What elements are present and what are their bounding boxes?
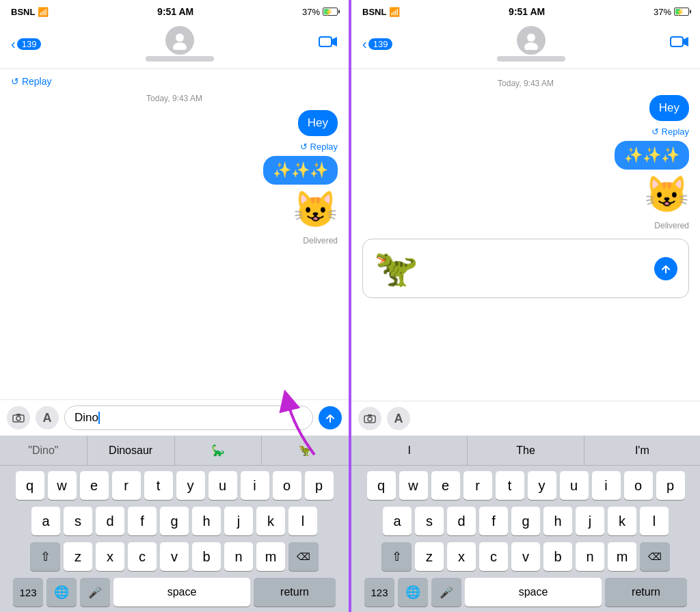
right-video-call-btn[interactable] [670,35,689,53]
right-app-store-btn[interactable]: A [387,407,410,430]
right-key-q[interactable]: q [367,471,396,500]
right-key-u[interactable]: u [560,471,589,500]
left-video-call-btn[interactable] [319,35,338,53]
right-camera-btn[interactable] [358,407,381,430]
left-key-w[interactable]: w [48,471,77,500]
right-phone-panel: BSNL 📶 9:51 AM 37% ⚡ ‹ 139 [350,0,700,612]
left-nav-back[interactable]: ‹ 139 [11,36,41,52]
right-key-y[interactable]: y [528,471,556,500]
left-key-z[interactable]: z [64,542,92,571]
right-key-shift[interactable]: ⇧ [381,542,412,571]
right-key-g[interactable]: g [511,507,540,535]
right-key-m[interactable]: m [608,542,636,571]
left-key-j[interactable]: j [224,507,253,535]
right-dino-emoji: 🦖 [374,248,418,289]
left-key-c[interactable]: c [128,542,157,571]
left-key-mic[interactable]: 🎤 [80,578,110,607]
left-text-input[interactable]: Dino [64,405,313,430]
right-key-numbers[interactable]: 123 [364,578,394,607]
right-autocomplete-0[interactable]: I [351,436,468,465]
left-key-space[interactable]: space [113,578,250,607]
left-back-badge[interactable]: 139 [17,38,42,50]
right-key-mic[interactable]: 🎤 [431,578,461,607]
right-key-space[interactable]: space [465,578,602,607]
right-send-btn[interactable] [654,257,677,280]
left-key-y[interactable]: y [176,471,205,500]
right-key-n[interactable]: n [576,542,604,571]
right-key-e[interactable]: e [431,471,460,500]
left-key-k[interactable]: k [256,507,285,535]
left-key-t[interactable]: t [144,471,173,500]
right-key-r[interactable]: r [463,471,492,500]
left-key-numbers[interactable]: 123 [13,578,43,607]
left-key-shift[interactable]: ⇧ [30,542,60,571]
right-key-i[interactable]: i [592,471,621,500]
left-replay-top[interactable]: ↺ Replay [11,76,338,87]
right-key-w[interactable]: w [399,471,428,500]
right-nav-back[interactable]: ‹ 139 [362,36,392,52]
left-camera-btn[interactable] [7,406,30,429]
left-key-return[interactable]: return [254,578,336,607]
left-key-x[interactable]: x [96,542,124,571]
left-autocomplete-1[interactable]: Dinosaur [88,436,175,465]
right-status-time: 9:51 AM [509,6,545,17]
left-key-n[interactable]: n [224,542,253,571]
left-key-v[interactable]: v [160,542,189,571]
left-key-l[interactable]: l [288,507,317,535]
right-back-badge[interactable]: 139 [368,38,393,50]
left-key-i[interactable]: i [241,471,269,500]
left-replay-btn[interactable]: ↺ Replay [300,142,338,152]
left-key-u[interactable]: u [208,471,237,500]
left-key-delete[interactable]: ⌫ [288,542,319,571]
right-replay-btn[interactable]: ↺ Replay [651,127,689,137]
left-key-o[interactable]: o [273,471,301,500]
left-send-btn[interactable] [319,406,342,429]
left-key-emoji[interactable]: 🌐 [46,578,77,607]
right-key-b[interactable]: b [543,542,572,571]
left-message-cat: 😺 [11,189,338,230]
right-key-t[interactable]: t [496,471,524,500]
right-keyboard: q w e r t y u i o p a s d f g h j k l ⇧ … [351,466,700,612]
right-status-right: 37% ⚡ [654,7,689,17]
right-avatar [517,26,546,55]
left-key-e[interactable]: e [80,471,109,500]
left-app-store-btn[interactable]: A [36,406,59,429]
left-wifi-icon: 📶 [38,7,49,17]
right-key-j[interactable]: j [576,507,604,535]
left-key-d[interactable]: d [96,507,124,535]
right-key-delete[interactable]: ⌫ [640,542,670,571]
left-key-h[interactable]: h [192,507,221,535]
left-back-chevron: ‹ [11,36,16,52]
left-key-b[interactable]: b [192,542,221,571]
left-autocomplete-2[interactable]: 🦕 [175,436,262,465]
left-key-m[interactable]: m [256,542,285,571]
right-key-x[interactable]: x [447,542,476,571]
left-key-f[interactable]: f [128,507,157,535]
right-key-s[interactable]: s [415,507,444,535]
right-autocomplete-2[interactable]: I'm [584,436,700,465]
left-autocomplete-3[interactable]: 🦖 [262,436,349,465]
left-key-a[interactable]: a [31,507,60,535]
right-key-d[interactable]: d [447,507,476,535]
right-key-f[interactable]: f [479,507,508,535]
left-replay-row: ↺ Replay [11,140,338,152]
right-key-k[interactable]: k [608,507,636,535]
left-key-p[interactable]: p [305,471,334,500]
right-key-emoji[interactable]: 🌐 [398,578,428,607]
right-key-o[interactable]: o [624,471,653,500]
right-autocomplete-1[interactable]: The [468,436,584,465]
left-key-s[interactable]: s [64,507,92,535]
left-key-q[interactable]: q [16,471,44,500]
right-key-c[interactable]: c [479,542,508,571]
right-key-v[interactable]: v [511,542,540,571]
right-key-a[interactable]: a [383,507,412,535]
left-autocomplete-0[interactable]: "Dino" [0,436,88,465]
right-key-p[interactable]: p [656,471,685,500]
right-key-l[interactable]: l [640,507,669,535]
right-key-h[interactable]: h [543,507,572,535]
right-replay-row: ↺ Replay [362,125,689,137]
left-key-r[interactable]: r [112,471,141,500]
right-key-return[interactable]: return [605,578,687,607]
right-key-z[interactable]: z [415,542,444,571]
left-key-g[interactable]: g [160,507,189,535]
